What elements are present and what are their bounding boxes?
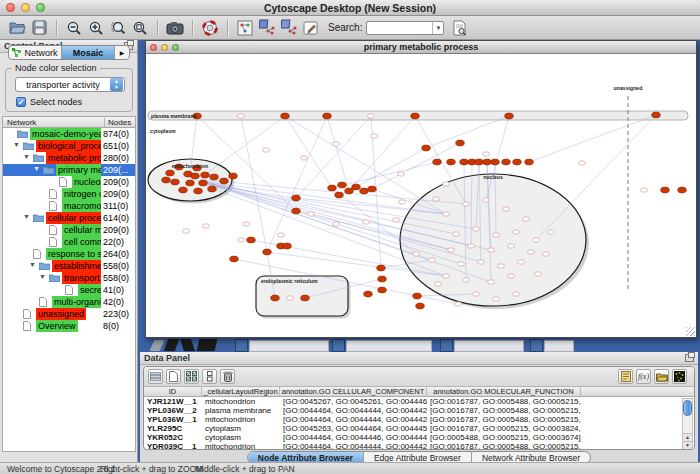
edge[interactable] (332, 162, 437, 188)
edge[interactable] (204, 180, 466, 204)
node-outline[interactable] (453, 232, 460, 236)
tree-row-response-to-stimulu[interactable]: response to stimulu264(0) (3, 248, 135, 260)
node[interactable] (210, 174, 219, 180)
tab-edge-attribute-browser[interactable]: Edge Attribute Browser (364, 452, 472, 462)
tree-row-establishment-of-lo[interactable]: ▼establishment of lo558(0) (3, 260, 135, 272)
title-bar[interactable]: Cytoscape Desktop (New Session) (0, 0, 700, 16)
edge[interactable] (349, 148, 426, 191)
node-outline[interactable] (483, 152, 490, 156)
node-outline[interactable] (203, 224, 210, 228)
node[interactable] (194, 188, 203, 194)
column-header[interactable]: ID (144, 387, 202, 396)
tab-overflow-arrow[interactable]: ▶ (115, 46, 129, 59)
node[interactable] (483, 159, 492, 165)
node-outline[interactable] (333, 142, 340, 146)
tab-mosaic[interactable]: Mosaic (62, 46, 115, 59)
tree-row-overview[interactable]: Overview8(0) (3, 320, 135, 332)
tree-row-mosaic-demo-yeast[interactable]: mosaic-demo-yeast874(0) (3, 128, 135, 140)
edge[interactable] (536, 115, 656, 240)
node-outline[interactable] (443, 212, 450, 216)
background-window[interactable] (332, 339, 345, 352)
node-outline[interactable] (368, 114, 375, 118)
node-outline[interactable] (483, 198, 490, 202)
table-row[interactable]: YKR052Ccytoplasm[GO:0044464, GO:0044446,… (144, 433, 694, 442)
edge[interactable] (206, 116, 285, 174)
node-outline[interactable] (508, 244, 515, 248)
expand-arrow-icon[interactable]: ▼ (23, 153, 30, 160)
node[interactable] (292, 208, 301, 214)
zoom-in-icon[interactable] (86, 18, 106, 38)
node-outline[interactable] (433, 197, 440, 201)
tab-network[interactable]: Network (9, 46, 62, 59)
node[interactable] (171, 179, 180, 185)
node-outline[interactable] (528, 250, 535, 254)
node-outline[interactable] (518, 260, 525, 264)
node-outline[interactable] (533, 238, 540, 242)
node-outline[interactable] (468, 244, 475, 248)
node[interactable] (378, 287, 387, 293)
node-outline[interactable] (243, 222, 250, 226)
node-outline[interactable] (238, 238, 245, 242)
search-config-icon[interactable] (449, 18, 469, 38)
node[interactable] (328, 185, 337, 191)
background-window[interactable] (454, 340, 524, 352)
expand-arrow-icon[interactable]: ▼ (29, 261, 36, 268)
tree-row-primary-metabol[interactable]: ▼primary metabol209(... (3, 164, 135, 176)
select-attributes-icon[interactable] (184, 369, 199, 384)
node[interactable] (364, 291, 373, 297)
node-outline[interactable] (183, 229, 190, 233)
expand-arrow-icon[interactable]: ▼ (39, 273, 46, 280)
column-header[interactable]: annotation.GO MOLECULAR_FUNCTION (427, 387, 581, 396)
node-outline[interactable] (278, 233, 285, 237)
node[interactable] (378, 276, 387, 282)
node-outline[interactable] (493, 233, 500, 237)
edge[interactable] (206, 182, 446, 214)
formula-icon[interactable]: f(x) (636, 369, 651, 384)
tree-row-cellular-metabo[interactable]: cellular metabo209(0) (3, 224, 135, 236)
tree-row-unassigned[interactable]: unassigned223(0) (3, 308, 135, 320)
background-window[interactable] (544, 340, 574, 352)
column-header[interactable]: _cellularLayoutRegion (202, 387, 280, 396)
background-window[interactable] (530, 339, 543, 352)
tab-network-attribute-browser[interactable]: Network Attribute Browser (472, 452, 590, 462)
scrollbar-thumb[interactable] (683, 400, 692, 416)
node[interactable] (186, 180, 195, 186)
node[interactable] (352, 184, 361, 190)
table-row[interactable]: YPL036W__1mitochondrion[GO:0044464, GO:0… (144, 415, 694, 424)
background-window[interactable] (235, 339, 248, 352)
new-attribute-icon[interactable] (166, 369, 181, 384)
node-outline[interactable] (498, 264, 505, 268)
node[interactable] (411, 113, 420, 119)
table-row[interactable]: YLR295Ccytoplasm[GO:0045263, GO:0044464,… (144, 424, 694, 433)
background-window[interactable] (249, 340, 329, 352)
unselect-attributes-icon[interactable] (202, 369, 217, 384)
search-input[interactable]: ▼ (366, 21, 444, 35)
node-outline[interactable] (443, 274, 450, 278)
node[interactable] (335, 192, 344, 198)
snapshot-camera-icon[interactable] (165, 18, 185, 38)
node[interactable] (179, 187, 188, 193)
node-outline[interactable] (413, 252, 420, 256)
node-outline[interactable] (543, 252, 550, 256)
node[interactable] (162, 177, 171, 183)
node-outline[interactable] (523, 217, 530, 221)
tree-row-cellular-process[interactable]: ▼cellular process614(0) (3, 212, 135, 224)
table-mode-icon[interactable] (148, 369, 163, 384)
node-outline[interactable] (301, 156, 308, 160)
network-window-titlebar[interactable]: primary metabolic process (146, 41, 696, 54)
node[interactable] (271, 295, 280, 301)
scroll-up-arrow[interactable]: ▲ (683, 433, 692, 441)
node[interactable] (247, 237, 256, 243)
node-outline[interactable] (263, 148, 270, 152)
node-outline[interactable] (333, 222, 340, 226)
node-outline[interactable] (399, 200, 406, 204)
float-panel-icon[interactable] (685, 354, 694, 362)
edge[interactable] (529, 115, 656, 162)
node[interactable] (220, 178, 229, 184)
node[interactable] (283, 243, 292, 249)
scroll-down-arrow[interactable]: ▼ (683, 441, 692, 449)
node-outline[interactable] (287, 296, 294, 300)
node-outline[interactable] (429, 258, 436, 262)
table-row[interactable]: YPL036W__2plasma membrane[GO:0044464, GO… (144, 406, 694, 415)
node-outline[interactable] (548, 230, 555, 234)
